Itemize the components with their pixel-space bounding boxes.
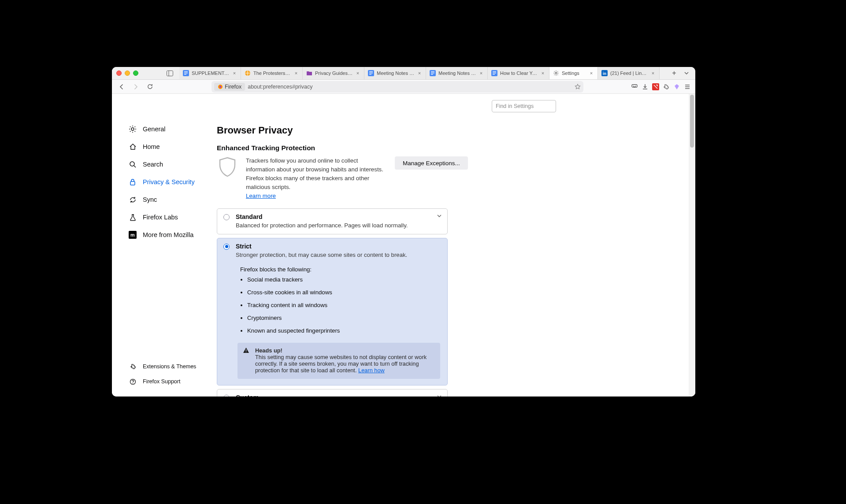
- blocks-title: Firefox blocks the following:: [240, 266, 440, 273]
- sidebar-item-sync[interactable]: Sync: [125, 192, 212, 208]
- tab-close-icon[interactable]: ×: [589, 70, 594, 76]
- radio-standard[interactable]: [223, 214, 230, 220]
- svg-rect-12: [431, 71, 434, 72]
- blocks-item: Cryptominers: [247, 315, 440, 321]
- help-icon: [129, 378, 137, 385]
- forward-button[interactable]: [130, 82, 141, 92]
- tab-1[interactable]: The Protesters' Guide×: [241, 67, 303, 79]
- tab-close-icon[interactable]: ×: [232, 70, 237, 76]
- svg-point-19: [555, 72, 557, 74]
- tab-0[interactable]: SUPPLEMENTALS - TL×: [179, 67, 241, 79]
- back-button[interactable]: [116, 82, 127, 92]
- tab-label: How to Clear Your Bro: [500, 70, 538, 76]
- pocket-icon[interactable]: [631, 83, 638, 90]
- etp-heading: Enhanced Tracking Protection: [217, 144, 556, 152]
- etp-learn-more-link[interactable]: Learn more: [246, 193, 276, 199]
- svg-rect-33: [246, 352, 246, 352]
- puzzle-icon: [129, 363, 137, 371]
- new-tab-button[interactable]: +: [668, 69, 680, 77]
- radio-strict[interactable]: [223, 244, 230, 250]
- sidebar-extensions-themes[interactable]: Extensions & Themes: [125, 360, 212, 373]
- svg-point-31: [132, 383, 133, 384]
- browser-window: SUPPLEMENTALS - TL×The Protesters' Guide…: [112, 67, 695, 397]
- tab-close-icon[interactable]: ×: [650, 70, 656, 76]
- tab-5[interactable]: How to Clear Your Bro×: [488, 67, 549, 79]
- etp-card-standard[interactable]: Standard Balanced for protection and per…: [217, 208, 448, 234]
- url-text: about:preferences#privacy: [248, 84, 572, 90]
- titlebar: SUPPLEMENTALS - TL×The Protesters' Guide…: [112, 67, 695, 80]
- sidebar-item-mozilla[interactable]: m More from Mozilla: [125, 227, 212, 243]
- tab-favicon-icon: [491, 70, 497, 76]
- svg-rect-16: [493, 71, 496, 72]
- identity-box[interactable]: Firefox: [214, 83, 245, 91]
- tab-close-icon[interactable]: ×: [417, 70, 422, 76]
- bookmark-star-icon[interactable]: [575, 84, 581, 90]
- sidebar-item-label: Home: [143, 143, 160, 150]
- tab-7[interactable]: in(21) Feed | LinkedIn×: [598, 67, 660, 79]
- sidebar-item-home[interactable]: Home: [125, 139, 212, 155]
- svg-rect-10: [369, 74, 371, 74]
- card-title: Custom: [236, 394, 440, 397]
- etp-card-strict[interactable]: Strict Stronger protection, but may caus…: [217, 238, 448, 385]
- app-menu-icon[interactable]: [684, 83, 691, 90]
- tabs-overflow-icon[interactable]: [680, 70, 693, 76]
- tab-close-icon[interactable]: ×: [355, 70, 360, 76]
- tab-label: The Protesters' Guide: [253, 70, 291, 76]
- card-desc: Stronger protection, but may cause some …: [236, 252, 440, 258]
- tab-label: (21) Feed | LinkedIn: [610, 70, 648, 76]
- toolbar-ext-red-icon[interactable]: [652, 83, 659, 90]
- scrollbar[interactable]: [689, 94, 695, 397]
- tab-close-icon[interactable]: ×: [293, 70, 299, 76]
- heads-up-learn-how-link[interactable]: Learn how: [358, 367, 385, 374]
- downloads-icon[interactable]: [642, 83, 649, 90]
- tab-close-icon[interactable]: ×: [540, 70, 545, 76]
- chevron-down-icon[interactable]: [437, 394, 442, 397]
- window-maximize-icon[interactable]: [133, 70, 138, 76]
- extensions-icon[interactable]: [663, 83, 670, 90]
- chevron-down-icon[interactable]: [437, 213, 442, 219]
- sidebar-item-search[interactable]: Search: [125, 156, 212, 172]
- sidebar-footer-label: Firefox Support: [143, 378, 180, 385]
- tab-2[interactable]: Privacy Guides - Prote×: [303, 67, 364, 79]
- tab-label: Privacy Guides - Prote: [315, 70, 352, 76]
- flask-icon: [129, 213, 137, 221]
- home-icon: [129, 143, 137, 151]
- sidebar-item-privacy[interactable]: Privacy & Security: [125, 174, 212, 190]
- svg-rect-29: [130, 182, 135, 185]
- svg-line-28: [134, 166, 136, 167]
- svg-point-26: [131, 128, 134, 130]
- manage-exceptions-button[interactable]: Manage Exceptions...: [395, 156, 468, 170]
- blocks-item: Cross-site cookies in all windows: [247, 289, 440, 296]
- etp-card-custom[interactable]: Custom Choose which trackers and scripts…: [217, 389, 448, 397]
- navbar-right-icons: [631, 83, 691, 90]
- sidebar-item-general[interactable]: General: [125, 121, 212, 137]
- svg-rect-13: [431, 73, 434, 73]
- window-minimize-icon[interactable]: [125, 70, 130, 76]
- svg-rect-8: [369, 71, 373, 72]
- toolbar-gem-icon[interactable]: [673, 83, 680, 90]
- tab-favicon-icon: [553, 70, 559, 76]
- search-icon: [129, 160, 137, 168]
- tab-3[interactable]: Meeting Notes - 01.20×: [364, 67, 426, 79]
- tab-close-icon[interactable]: ×: [479, 70, 484, 76]
- heads-up-box: Heads up! This setting may cause some we…: [237, 343, 440, 379]
- window-close-icon[interactable]: [116, 70, 122, 76]
- sidebar-firefox-support[interactable]: Firefox Support: [125, 375, 212, 388]
- tab-favicon-icon: [245, 70, 251, 76]
- sidebar-item-labs[interactable]: Firefox Labs: [125, 209, 212, 225]
- sidebar-item-label: Sync: [143, 196, 157, 203]
- tab-4[interactable]: Meeting Notes 01.27.2×: [426, 67, 488, 79]
- reload-button[interactable]: [145, 82, 155, 92]
- sidebar-button-icon[interactable]: [166, 69, 174, 77]
- sidebar-item-label: More from Mozilla: [143, 231, 193, 238]
- heads-up-body: This setting may cause some websites to …: [255, 354, 427, 374]
- find-in-settings-input[interactable]: [492, 100, 556, 112]
- mozilla-icon: m: [129, 231, 137, 239]
- shield-icon: [217, 156, 238, 178]
- svg-rect-4: [184, 73, 188, 73]
- tab-label: Meeting Notes 01.27.2: [438, 70, 476, 76]
- tab-6[interactable]: Settings×: [549, 67, 598, 79]
- urlbar[interactable]: Firefox about:preferences#privacy: [212, 81, 583, 93]
- radio-custom[interactable]: [223, 395, 230, 397]
- settings-sidebar: General Home Search Privacy & Security S…: [112, 94, 217, 397]
